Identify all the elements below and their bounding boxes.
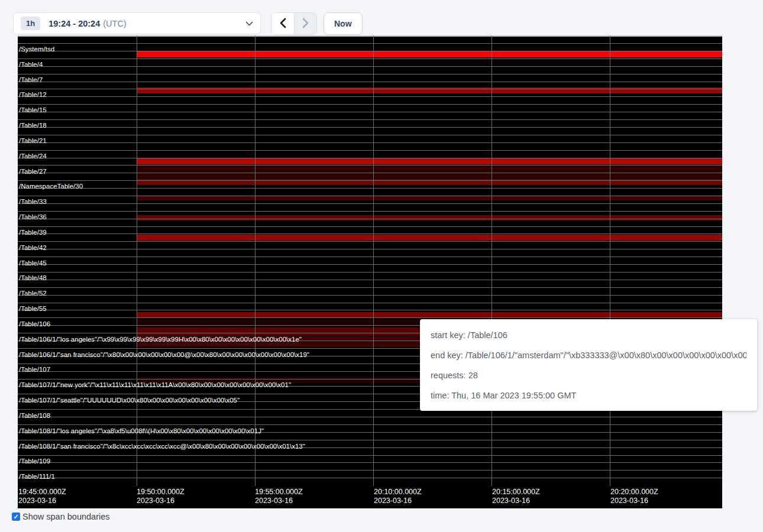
span-boundary-line bbox=[18, 135, 722, 135]
row-label: /System/tsd bbox=[19, 45, 54, 53]
span-boundary-line bbox=[18, 59, 722, 59]
span-boundary-line bbox=[18, 74, 722, 74]
heat-band bbox=[137, 215, 722, 220]
row-label: /Table/27 bbox=[19, 167, 47, 176]
span-boundary-line bbox=[18, 196, 722, 196]
span-boundary-line bbox=[18, 142, 722, 143]
span-boundary-line bbox=[18, 424, 722, 425]
tooltip-start-key: start key: /Table/106 bbox=[431, 325, 746, 345]
key-visualizer-heatmap[interactable]: /System/tsd/Table/4/Table/7/Table/12/Tab… bbox=[18, 35, 722, 508]
row-label: /Table/108/1/"san francisco"/"\x8c\xcc\x… bbox=[19, 442, 305, 450]
span-boundary-line bbox=[18, 478, 722, 478]
row-label: /Table/108 bbox=[19, 411, 50, 420]
row-label: /Table/15 bbox=[19, 106, 47, 114]
span-boundary-line bbox=[18, 455, 722, 456]
chevron-right-icon bbox=[302, 18, 309, 30]
x-tick-label: 19:45:00.000Z2023-03-16 bbox=[18, 488, 66, 505]
row-label: /Table/106 bbox=[19, 320, 50, 328]
show-span-boundaries-checkbox[interactable]: ✓ bbox=[12, 512, 20, 521]
span-boundary-line bbox=[18, 66, 722, 67]
span-boundary-line bbox=[18, 104, 722, 105]
span-boundary-line bbox=[18, 233, 722, 234]
row-label: /Table/108/1/"los angeles"/"\xa8\xf5\u00… bbox=[19, 427, 264, 435]
span-boundary-line bbox=[18, 287, 722, 288]
span-boundary-line bbox=[18, 96, 722, 97]
row-label: /Table/21 bbox=[19, 137, 47, 145]
row-label: /Table/18 bbox=[19, 121, 47, 129]
heatmap-tooltip: start key: /Table/106 end key: /Table/10… bbox=[420, 319, 757, 411]
toolbar: 1h 19:24 - 20:24 (UTC) Now bbox=[0, 0, 763, 34]
span-boundary-line bbox=[18, 112, 722, 112]
time-gridline bbox=[610, 35, 610, 486]
heat-band bbox=[137, 158, 722, 164]
row-label: /Table/106/1/"los angeles"/"\x99\x99\x99… bbox=[19, 335, 302, 343]
span-boundary-line bbox=[18, 82, 722, 82]
heat-band bbox=[137, 235, 722, 241]
span-boundary-line bbox=[18, 440, 722, 440]
row-label: /Table/42 bbox=[19, 244, 47, 252]
span-boundary-line bbox=[18, 219, 722, 219]
span-boundary-line bbox=[18, 257, 722, 257]
span-boundary-line bbox=[18, 249, 722, 249]
span-boundary-line bbox=[18, 310, 722, 310]
span-boundary-line bbox=[18, 203, 722, 204]
span-boundary-line bbox=[18, 119, 722, 120]
span-boundary-line bbox=[18, 417, 722, 417]
tooltip-requests: requests: 28 bbox=[431, 365, 746, 385]
row-label: /Table/4 bbox=[19, 60, 43, 69]
span-boundary-line bbox=[18, 272, 722, 273]
time-nav-button-group bbox=[271, 12, 317, 35]
row-label: /Table/107/1/"seattle"/"UUUUUUD\x00\x80\… bbox=[19, 396, 240, 404]
time-range-dropdown[interactable]: 1h 19:24 - 20:24 (UTC) bbox=[13, 12, 261, 34]
span-boundary-line bbox=[18, 211, 722, 212]
row-label: /Table/107/1/"new york"/"\x11\x11\x11\x1… bbox=[19, 381, 291, 389]
span-boundary-line bbox=[18, 264, 722, 265]
row-label: /Table/106/1/"san francisco"/"\x80\x00\x… bbox=[19, 351, 309, 359]
tooltip-end-key: end key: /Table/106/1/"amsterdam"/"\xb33… bbox=[431, 345, 746, 365]
row-label: /Table/55 bbox=[19, 304, 47, 313]
time-gridline bbox=[373, 35, 374, 486]
span-boundary-line bbox=[18, 241, 722, 242]
span-boundary-line bbox=[18, 180, 722, 181]
time-range-zone: (UTC) bbox=[103, 19, 126, 28]
row-label: /Table/24 bbox=[19, 152, 47, 160]
row-label: /Table/39 bbox=[19, 228, 47, 236]
x-tick-label: 19:55:00.000Z2023-03-16 bbox=[255, 488, 303, 505]
span-boundary-line bbox=[18, 295, 722, 296]
time-gridline bbox=[137, 35, 137, 486]
heat-band bbox=[137, 51, 722, 57]
next-time-button[interactable] bbox=[294, 13, 316, 34]
time-range-badge: 1h bbox=[21, 17, 40, 30]
x-tick-label: 20:20:00.000Z2023-03-16 bbox=[610, 488, 658, 505]
span-boundary-line bbox=[18, 317, 722, 318]
time-gridline bbox=[255, 35, 256, 486]
row-label: /Table/109 bbox=[19, 457, 50, 465]
row-label: /Table/48 bbox=[19, 274, 47, 282]
span-boundary-line bbox=[18, 165, 722, 166]
span-boundary-line bbox=[18, 303, 722, 303]
span-boundary-line bbox=[18, 226, 722, 227]
row-label: /Table/45 bbox=[19, 259, 47, 267]
row-label: /NamespaceTable/30 bbox=[19, 182, 83, 190]
heatmap-top-border bbox=[18, 35, 722, 37]
row-label: /Table/52 bbox=[19, 289, 47, 297]
row-label: /Table/7 bbox=[19, 76, 43, 84]
x-tick-label: 20:15:00.000Z2023-03-16 bbox=[492, 488, 540, 505]
x-tick-label: 19:50:00.000Z2023-03-16 bbox=[137, 488, 185, 505]
time-gridline bbox=[492, 35, 492, 486]
span-boundary-line bbox=[18, 89, 722, 89]
row-label: /Table/107 bbox=[19, 365, 50, 374]
x-tick-label: 20:10:00.000Z2023-03-16 bbox=[374, 488, 422, 505]
now-button[interactable]: Now bbox=[324, 12, 363, 35]
tooltip-time: time: Thu, 16 Mar 2023 19:55:00 GMT bbox=[431, 385, 746, 406]
prev-time-button[interactable] bbox=[271, 13, 294, 34]
span-boundary-line bbox=[18, 158, 722, 158]
span-boundary-line bbox=[18, 470, 722, 471]
span-boundary-line bbox=[18, 462, 722, 463]
time-range-label: 19:24 - 20:24 bbox=[49, 19, 100, 28]
row-label: /Table/33 bbox=[19, 197, 47, 206]
chevron-left-icon bbox=[280, 18, 286, 30]
span-boundary-line bbox=[18, 280, 722, 280]
heat-band bbox=[137, 166, 722, 179]
span-boundary-line bbox=[18, 51, 722, 51]
